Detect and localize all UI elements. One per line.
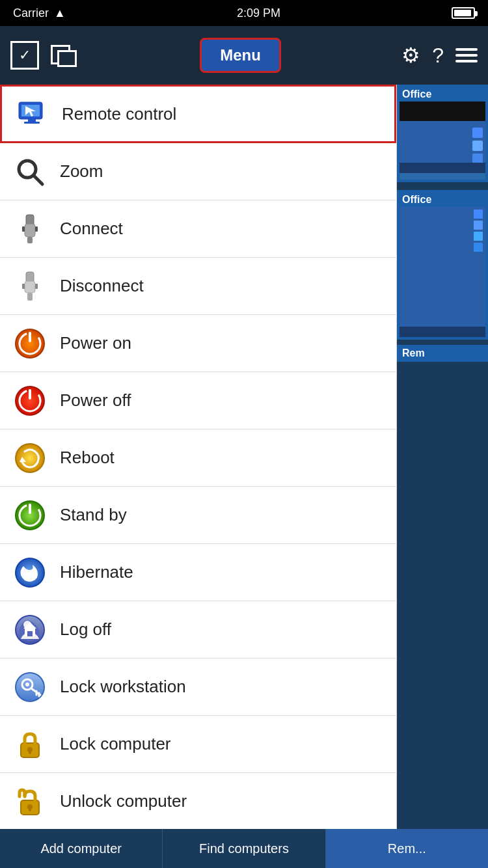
- battery-icon: [452, 7, 475, 19]
- menu-item-stand-by[interactable]: Stand by: [0, 487, 396, 544]
- help-icon[interactable]: ?: [432, 44, 444, 68]
- toolbar-center: Menu: [79, 38, 401, 73]
- plug-empty-icon: [13, 269, 47, 303]
- panel-thumbnail-1: [400, 102, 485, 180]
- rem-label: Rem: [400, 346, 427, 360]
- menu-item-unlock-computer[interactable]: Unlock computer: [0, 773, 396, 829]
- svg-rect-16: [35, 284, 38, 289]
- power-off-icon: [13, 384, 47, 418]
- gear-icon[interactable]: ⚙: [401, 43, 420, 68]
- svg-rect-32: [27, 631, 33, 636]
- hibernate-label: Hibernate: [60, 562, 133, 582]
- svg-rect-15: [22, 284, 25, 289]
- search-icon: [13, 155, 47, 189]
- panel-title-1: Office: [400, 87, 485, 102]
- svg-line-6: [34, 176, 42, 184]
- svg-rect-44: [29, 807, 31, 811]
- reboot-icon: [13, 441, 47, 475]
- status-right: [452, 7, 475, 19]
- right-panel-rem[interactable]: Rem: [397, 345, 488, 362]
- copy-icon[interactable]: [51, 41, 79, 70]
- right-panel-item-1[interactable]: Office: [397, 85, 488, 182]
- unlock-computer-label: Unlock computer: [60, 791, 187, 811]
- menu-item-disconnect[interactable]: Disconnect: [0, 258, 396, 315]
- connect-label: Connect: [60, 219, 123, 239]
- menu-item-power-off[interactable]: Power off: [0, 372, 396, 429]
- checkbox-icon[interactable]: ✓: [10, 41, 39, 70]
- menu-item-lock-workstation[interactable]: Lock workstation: [0, 658, 396, 716]
- menu-item-log-off[interactable]: Log off: [0, 601, 396, 658]
- svg-rect-10: [22, 226, 25, 232]
- menu-item-connect[interactable]: Connect: [0, 200, 396, 258]
- panel-thumbnail-2: [400, 207, 485, 337]
- log-off-label: Log off: [60, 619, 111, 640]
- menu-item-hibernate[interactable]: Hibernate: [0, 544, 396, 601]
- status-left: Carrier ▲: [13, 7, 66, 20]
- stand-by-label: Stand by: [60, 505, 127, 525]
- svg-rect-2: [28, 119, 36, 122]
- menu-item-power-on[interactable]: Power on: [0, 315, 396, 372]
- carrier-label: Carrier: [13, 7, 49, 20]
- toolbar: ✓ Menu ⚙ ?: [0, 26, 488, 85]
- reboot-label: Reboot: [60, 448, 115, 468]
- status-bar: Carrier ▲ 2:09 PM: [0, 0, 488, 26]
- power-on-label: Power on: [60, 333, 131, 353]
- svg-rect-14: [27, 293, 33, 301]
- menu-item-zoom[interactable]: Zoom: [0, 143, 396, 200]
- lock-closed-icon: [13, 727, 47, 761]
- stand-by-icon: [13, 498, 47, 532]
- svg-point-35: [25, 683, 29, 686]
- right-panel: Office Office: [397, 85, 488, 829]
- menu-item-remote-control[interactable]: Remote control: [0, 85, 396, 143]
- menu-item-lock-computer[interactable]: Lock computer: [0, 716, 396, 773]
- svg-rect-3: [24, 122, 40, 124]
- bottom-tabs: Add computer Find computers Rem...: [0, 829, 488, 868]
- panel-title-2: Office: [400, 193, 485, 207]
- svg-rect-9: [27, 237, 33, 243]
- monitor-cursor-icon: [15, 97, 49, 131]
- lock-key-icon: [13, 670, 47, 704]
- plug-full-icon: [13, 212, 47, 246]
- svg-rect-8: [25, 224, 35, 237]
- toolbar-right: ⚙ ?: [401, 43, 478, 68]
- menu-dropdown: Remote control Zoom: [0, 85, 397, 829]
- svg-rect-13: [25, 281, 35, 293]
- wifi-icon: ▲: [54, 7, 66, 20]
- main-content: Remote control Zoom: [0, 85, 488, 829]
- list-icon[interactable]: [455, 48, 478, 62]
- remote-control-label: Remote control: [62, 104, 176, 124]
- time-label: 2:09 PM: [237, 7, 280, 20]
- add-computer-tab[interactable]: Add computer: [0, 829, 163, 868]
- panel-icons-area: [472, 128, 483, 164]
- hibernate-icon: [13, 556, 47, 590]
- toolbar-left: ✓: [10, 41, 79, 70]
- svg-rect-41: [29, 750, 31, 754]
- svg-rect-11: [35, 226, 38, 232]
- menu-button[interactable]: Menu: [200, 38, 281, 73]
- find-computers-tab[interactable]: Find computers: [163, 829, 325, 868]
- lock-open-icon: [13, 785, 47, 819]
- menu-item-reboot[interactable]: Reboot: [0, 429, 396, 487]
- svg-point-33: [16, 673, 44, 701]
- power-on-icon: [13, 327, 47, 360]
- disconnect-label: Disconnect: [60, 276, 144, 296]
- lock-workstation-label: Lock workstation: [60, 677, 186, 697]
- zoom-label: Zoom: [60, 161, 103, 182]
- log-off-icon: [13, 613, 47, 647]
- right-panel-item-2[interactable]: Office: [397, 190, 488, 340]
- rem-tab[interactable]: Rem...: [326, 829, 488, 868]
- lock-computer-label: Lock computer: [60, 734, 171, 754]
- power-off-label: Power off: [60, 390, 131, 411]
